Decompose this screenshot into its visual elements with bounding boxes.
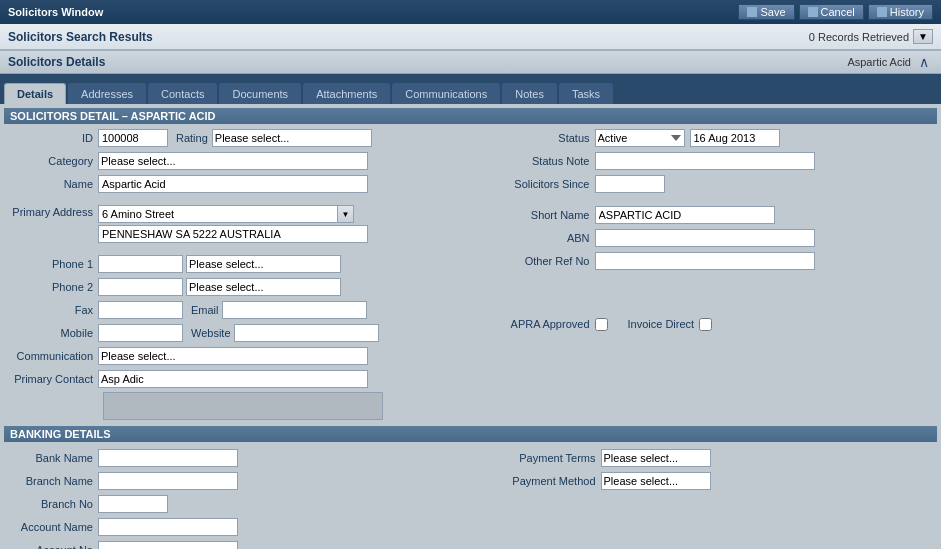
apra-checkbox[interactable]	[595, 318, 608, 331]
section-collapse-button[interactable]: ∧	[915, 54, 933, 70]
rating-select-wrapper: Please select...	[212, 129, 372, 147]
mobile-website-row: Mobile Website	[8, 323, 457, 343]
phone2-type-select[interactable]: Please select...	[186, 278, 341, 296]
account-no-label: Account No	[8, 544, 98, 549]
status-date-field[interactable]	[690, 129, 780, 147]
address-line-1: ▼	[98, 205, 368, 223]
banking-header: BANKING DETAILS	[4, 426, 937, 442]
category-select-wrapper: Please select...	[98, 152, 368, 170]
phone1-label: Phone 1	[8, 258, 98, 270]
solicitors-since-field[interactable]	[595, 175, 665, 193]
search-results-title: Solicitors Search Results	[8, 30, 153, 44]
status-note-field[interactable]	[595, 152, 815, 170]
fax-field[interactable]	[98, 301, 183, 319]
category-select[interactable]: Please select...	[98, 152, 368, 170]
id-field[interactable]	[98, 129, 168, 147]
phone2-label: Phone 2	[8, 281, 98, 293]
history-icon	[877, 7, 887, 17]
save-button[interactable]: Save	[738, 4, 794, 20]
abn-row: ABN	[485, 228, 934, 248]
tab-attachments[interactable]: Attachments	[303, 83, 390, 104]
rating-select[interactable]: Please select...	[212, 129, 372, 147]
branch-name-field[interactable]	[98, 472, 238, 490]
phone2-field[interactable]	[98, 278, 183, 296]
tab-tasks[interactable]: Tasks	[559, 83, 613, 104]
payment-method-select[interactable]: Please select...	[601, 472, 711, 490]
branch-no-field[interactable]	[98, 495, 168, 513]
bank-name-field[interactable]	[98, 449, 238, 467]
invoice-direct-checkbox[interactable]	[699, 318, 712, 331]
email-field[interactable]	[222, 301, 367, 319]
id-label: ID	[8, 132, 98, 144]
history-button[interactable]: History	[868, 4, 933, 20]
address-city-field[interactable]	[98, 225, 368, 243]
primary-address-label: Primary Address	[8, 205, 98, 218]
id-rating-row: ID Rating Please select...	[8, 128, 457, 148]
records-dropdown[interactable]: ▼	[913, 29, 933, 44]
bank-name-row: Bank Name	[8, 448, 451, 468]
tab-notes[interactable]: Notes	[502, 83, 557, 104]
abn-field[interactable]	[595, 229, 815, 247]
primary-contact-select[interactable]: Asp Adic	[98, 370, 368, 388]
cancel-button[interactable]: Cancel	[799, 4, 864, 20]
communication-select-wrapper: Please select...	[98, 347, 368, 365]
phone2-row: Phone 2 Please select...	[8, 277, 457, 297]
primary-contact-label: Primary Contact	[8, 373, 98, 385]
primary-address-row: Primary Address ▼	[8, 205, 457, 243]
short-name-field[interactable]	[595, 206, 775, 224]
mobile-label: Mobile	[8, 327, 98, 339]
payment-terms-select[interactable]: Please select...	[601, 449, 711, 467]
subsection-title: SOLICITORS DETAIL – ASPARTIC ACID	[10, 110, 216, 122]
apra-invoice-row: APRA Approved Invoice Direct	[485, 314, 934, 334]
records-info: 0 Records Retrieved ▼	[809, 29, 933, 44]
section-title: Solicitors Details	[8, 55, 105, 69]
short-name-row: Short Name	[485, 205, 934, 225]
account-no-field[interactable]	[98, 541, 238, 549]
solicitors-since-label: Solicitors Since	[485, 178, 595, 190]
phone1-field[interactable]	[98, 255, 183, 273]
title-bar: Solicitors Window Save Cancel History	[0, 0, 941, 24]
main-content: SOLICITORS DETAIL – ASPARTIC ACID ID Rat…	[0, 104, 941, 549]
short-name-label: Short Name	[485, 209, 595, 221]
right-column: Status Active Status Note Solicitors Sin…	[465, 128, 934, 422]
other-ref-field[interactable]	[595, 252, 815, 270]
communication-select[interactable]: Please select...	[98, 347, 368, 365]
banking-right: Payment Terms Please select... Payment M…	[451, 448, 934, 549]
address-block: ▼	[98, 205, 368, 243]
email-label: Email	[191, 304, 219, 316]
name-field[interactable]	[98, 175, 368, 193]
other-ref-label: Other Ref No	[485, 255, 595, 267]
status-select[interactable]: Active	[595, 129, 685, 147]
tabs-bar: Details Addresses Contacts Documents Att…	[0, 74, 941, 104]
solicitors-since-row: Solicitors Since	[485, 174, 934, 194]
cancel-icon	[808, 7, 818, 17]
tab-communications[interactable]: Communications	[392, 83, 500, 104]
address-street-field[interactable]	[98, 205, 338, 223]
account-no-row: Account No	[8, 540, 451, 549]
tab-addresses[interactable]: Addresses	[68, 83, 146, 104]
account-name-row: Account Name	[8, 517, 451, 537]
website-field[interactable]	[234, 324, 379, 342]
phone1-type-select[interactable]: Please select...	[186, 255, 341, 273]
abn-label: ABN	[485, 232, 595, 244]
rating-label: Rating	[176, 132, 208, 144]
contact-notes-textarea[interactable]	[103, 392, 383, 420]
save-icon	[747, 7, 757, 17]
tab-contacts[interactable]: Contacts	[148, 83, 217, 104]
tab-documents[interactable]: Documents	[219, 83, 301, 104]
name-label: Name	[8, 178, 98, 190]
website-label: Website	[191, 327, 231, 339]
banking-section: BANKING DETAILS Bank Name Branch Name Br…	[4, 426, 937, 549]
payment-terms-label: Payment Terms	[491, 452, 601, 464]
account-name-field[interactable]	[98, 518, 238, 536]
account-name-label: Account Name	[8, 521, 98, 533]
address-dropdown-btn[interactable]: ▼	[338, 205, 354, 223]
mobile-field[interactable]	[98, 324, 183, 342]
phone1-type-wrapper: Please select...	[186, 255, 341, 273]
contact-notes-wrapper	[103, 392, 457, 422]
tab-details[interactable]: Details	[4, 83, 66, 104]
title-bar-buttons: Save Cancel History	[738, 4, 933, 20]
banking-form: Bank Name Branch Name Branch No Account …	[4, 446, 937, 549]
left-column: ID Rating Please select... Category Plea…	[8, 128, 465, 422]
primary-contact-select-wrapper: Asp Adic	[98, 370, 368, 388]
